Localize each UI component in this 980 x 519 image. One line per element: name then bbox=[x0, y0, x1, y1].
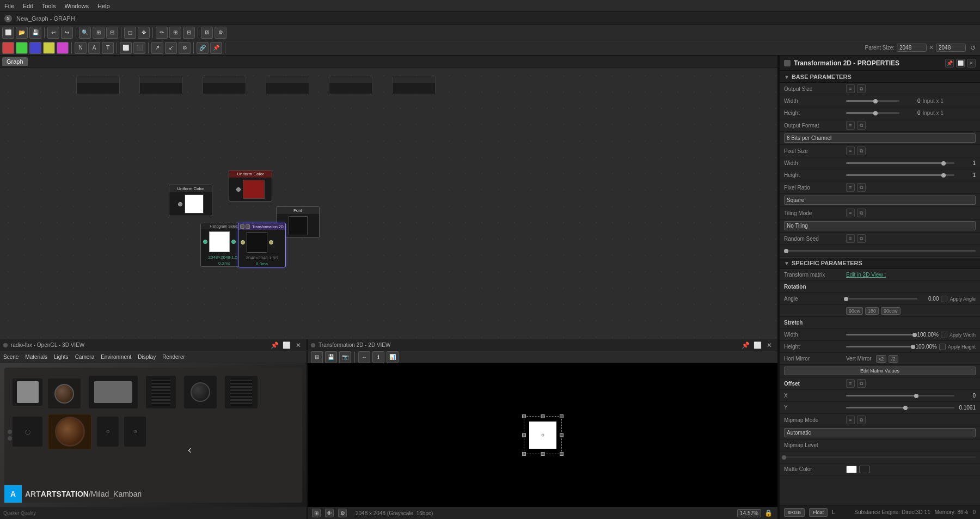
parent-size-input1[interactable] bbox=[897, 44, 927, 52]
handle-bl[interactable] bbox=[522, 452, 526, 456]
node-btn2[interactable]: A bbox=[88, 42, 100, 54]
handle-br[interactable] bbox=[560, 452, 564, 456]
node-btn1[interactable]: N bbox=[75, 42, 87, 54]
offset-y-slider[interactable] bbox=[846, 407, 954, 408]
out-format-icon1[interactable]: ≡ bbox=[846, 121, 855, 130]
height-slider-thumb[interactable] bbox=[873, 111, 878, 115]
pixel-width-slider[interactable] bbox=[846, 162, 954, 164]
handle-bc[interactable] bbox=[541, 452, 544, 456]
view3d-menu-lights[interactable]: Lights bbox=[54, 354, 69, 360]
view3d-close[interactable]: ✕ bbox=[293, 340, 303, 350]
v2d-grid-btn[interactable]: ⊞ bbox=[312, 509, 321, 517]
stretch-width-thumb[interactable] bbox=[912, 333, 917, 337]
move-btn[interactable]: ✥ bbox=[138, 27, 150, 39]
node-transformation-2d[interactable]: Transformation 2D 2048×2048·1.5S 0.3ms bbox=[238, 223, 286, 267]
srgb-btn[interactable]: sRGB bbox=[784, 508, 805, 517]
seed-icon1[interactable]: ≡ bbox=[846, 234, 855, 243]
matte-color-swatch1[interactable] bbox=[846, 466, 857, 473]
seed-thumb[interactable] bbox=[784, 249, 788, 253]
px-ratio-icon1[interactable]: ≡ bbox=[846, 183, 855, 192]
node-port-t2d-in[interactable] bbox=[241, 240, 245, 245]
stretch-height-slider[interactable] bbox=[846, 346, 913, 347]
menu-windows[interactable]: Windows bbox=[64, 3, 89, 9]
view3d-menu-renderer[interactable]: Renderer bbox=[162, 354, 185, 360]
comment-btn[interactable]: ✏ bbox=[156, 27, 168, 39]
node-port-hs-in[interactable] bbox=[203, 240, 207, 244]
offset-icon1[interactable]: ≡ bbox=[846, 379, 855, 388]
offset-x-slider[interactable] bbox=[846, 395, 954, 396]
mipmap-icon1[interactable]: ≡ bbox=[846, 416, 855, 424]
menu-tools[interactable]: Tools bbox=[42, 3, 56, 9]
stretch-width-slider[interactable] bbox=[846, 334, 915, 335]
color-yellow-btn[interactable] bbox=[43, 42, 55, 54]
view2d-zoom-pct[interactable]: 14.57% bbox=[737, 509, 761, 517]
pixel-height-slider[interactable] bbox=[846, 174, 954, 176]
node-icon1[interactable] bbox=[240, 224, 244, 229]
menu-help[interactable]: Help bbox=[97, 3, 110, 9]
graph-tab[interactable]: Graph bbox=[2, 57, 28, 66]
btn-x2[interactable]: x2 bbox=[876, 355, 887, 363]
view3d-menu-camera[interactable]: Camera bbox=[75, 354, 95, 360]
link-btn[interactable]: 🔗 bbox=[197, 42, 209, 54]
width-slider-thumb[interactable] bbox=[873, 99, 878, 103]
view3d-menu-materials[interactable]: Materials bbox=[25, 354, 47, 360]
node-btn3[interactable]: T bbox=[102, 42, 114, 54]
select-btn[interactable]: ◻ bbox=[124, 27, 136, 39]
view2d-content[interactable] bbox=[308, 363, 777, 507]
btn-180[interactable]: 180 bbox=[865, 307, 879, 315]
export-btn[interactable]: ↗ bbox=[151, 42, 163, 54]
tiling-icon1[interactable]: ≡ bbox=[846, 209, 855, 217]
format-dropdown[interactable]: 8 Bits per Channel bbox=[784, 133, 976, 143]
width-slider[interactable] bbox=[846, 100, 899, 102]
px-size-icon1[interactable]: ≡ bbox=[846, 146, 855, 155]
float-btn[interactable]: Float bbox=[809, 508, 828, 517]
color-blue-btn[interactable] bbox=[29, 42, 41, 54]
matte-color-swatch2[interactable] bbox=[859, 466, 870, 473]
px-size-icon2[interactable]: ⧉ bbox=[857, 146, 866, 155]
props-max[interactable]: ⬜ bbox=[956, 59, 965, 68]
angle-thumb[interactable] bbox=[844, 297, 848, 301]
transform-matrix-link[interactable]: Edit in 2D View : bbox=[846, 272, 886, 278]
node-port-hs-out[interactable] bbox=[231, 240, 236, 244]
node-port-t2d-out[interactable] bbox=[269, 240, 273, 245]
v2d-settings-btn[interactable]: ⚙ bbox=[338, 509, 347, 517]
seed-slider[interactable] bbox=[784, 250, 976, 252]
node-uniform-color-1[interactable]: Uniform Color bbox=[169, 185, 212, 216]
redo-btn[interactable]: ↪ bbox=[61, 27, 73, 39]
view2d-lock[interactable]: 🔒 bbox=[763, 508, 773, 518]
group-btn[interactable]: ⊞ bbox=[169, 27, 181, 39]
section-specific[interactable]: ▼ SPECIFIC PARAMETERS bbox=[780, 257, 980, 269]
px-ratio-icon2[interactable]: ⧉ bbox=[857, 183, 866, 192]
section-base[interactable]: ▼ BASE PARAMETERS bbox=[780, 71, 980, 83]
view2d-pin[interactable]: 📌 bbox=[740, 340, 750, 350]
v2d-view-btn[interactable]: 👁 bbox=[325, 509, 334, 517]
view2d-chart[interactable]: 📊 bbox=[387, 351, 399, 363]
stretch-height-thumb[interactable] bbox=[911, 345, 915, 349]
offset-y-thumb[interactable] bbox=[903, 406, 908, 410]
apply-angle-checkbox[interactable] bbox=[941, 296, 947, 302]
grid-btn[interactable]: ⊟ bbox=[183, 27, 195, 39]
graph-area[interactable]: Uniform Color Uniform Color bbox=[0, 68, 777, 339]
menu-edit[interactable]: Edit bbox=[23, 3, 33, 9]
view2d-snap[interactable]: 📷 bbox=[339, 351, 351, 363]
offset-x-thumb[interactable] bbox=[914, 394, 918, 398]
btn-90ccw[interactable]: 90ccw bbox=[881, 307, 901, 315]
view3d-pin[interactable]: 📌 bbox=[270, 340, 279, 350]
seed-icon2[interactable]: ⧉ bbox=[857, 234, 866, 243]
offset-icon2[interactable]: ⧉ bbox=[857, 379, 866, 388]
edit-matrix-values-btn[interactable]: Edit Matrix Values bbox=[784, 367, 976, 375]
apply-height-checkbox[interactable] bbox=[939, 344, 946, 350]
pin-btn[interactable]: 📌 bbox=[210, 42, 222, 54]
angle-slider[interactable] bbox=[846, 298, 917, 300]
node-port-out-2[interactable] bbox=[236, 187, 241, 192]
new-btn[interactable]: ⬜ bbox=[2, 27, 14, 39]
out-format-icon2[interactable]: ⧉ bbox=[857, 121, 866, 130]
parent-size-reset[interactable]: ↺ bbox=[968, 43, 978, 53]
tiling-icon2[interactable]: ⧉ bbox=[857, 209, 866, 217]
render-btn[interactable]: ⚙ bbox=[215, 27, 226, 39]
view2d-save[interactable]: 💾 bbox=[325, 351, 337, 363]
out-size-icon1[interactable]: ≡ bbox=[846, 84, 855, 93]
view2d-info[interactable]: ℹ bbox=[372, 351, 384, 363]
zoom-fit-btn[interactable]: ⊞ bbox=[93, 27, 105, 39]
node-port-out[interactable] bbox=[178, 202, 182, 206]
